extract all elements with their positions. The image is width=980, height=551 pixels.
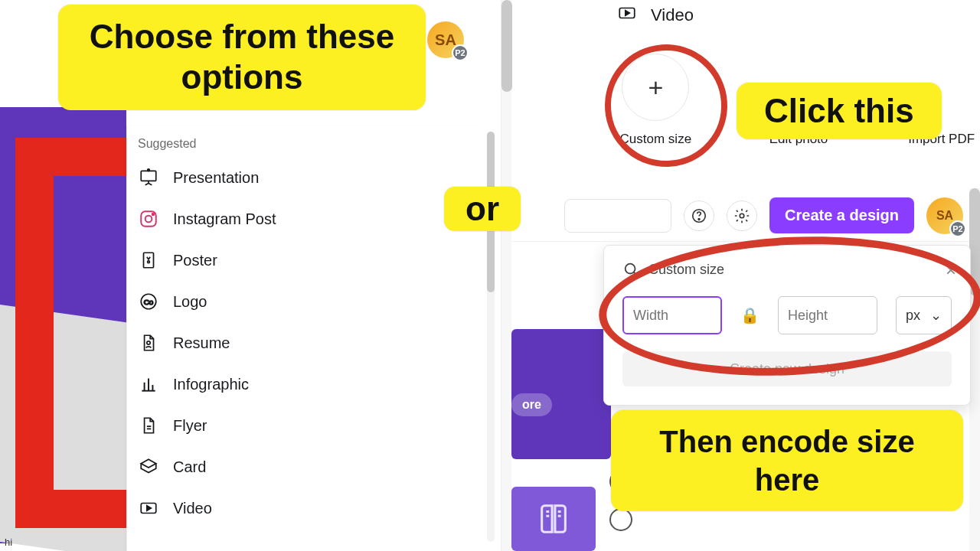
avatar-badge: P2: [949, 220, 966, 237]
presentation-icon: [138, 167, 159, 188]
svg-point-13: [698, 218, 700, 220]
left-panel: hi SA P2 Choose from these options Sugge…: [0, 0, 505, 551]
category-circle[interactable]: [609, 508, 632, 531]
suggested-item-presentation[interactable]: Presentation: [127, 157, 479, 198]
scrollbar-thumb[interactable]: [501, 0, 512, 92]
flyer-icon: [138, 415, 159, 436]
page-scrollbar-right[interactable]: [969, 188, 980, 551]
search-input[interactable]: [564, 199, 671, 233]
suggested-item-card[interactable]: Card: [127, 446, 479, 487]
create-new-design-button[interactable]: Create new design: [622, 351, 952, 386]
size-input-row: 🔒 px ⌄: [622, 296, 952, 334]
suggested-label: Presentation: [173, 169, 259, 187]
help-button[interactable]: [684, 201, 714, 231]
svg-point-3: [145, 216, 152, 223]
suggested-label: Card: [173, 458, 206, 476]
avatar[interactable]: SA P2: [427, 21, 464, 58]
annotation-encode: Then encode size here: [611, 410, 963, 511]
svg-point-4: [152, 214, 155, 216]
search-icon: [622, 261, 639, 278]
create-design-button[interactable]: Create a design: [769, 197, 914, 233]
annotation-bracket: [15, 138, 130, 528]
video-label: Video: [651, 5, 694, 25]
video-icon: [138, 497, 159, 519]
suggested-label: Logo: [173, 293, 207, 311]
chevron-down-icon: ⌄: [930, 307, 942, 324]
avatar[interactable]: SA P2: [926, 197, 963, 234]
settings-button[interactable]: [727, 201, 757, 231]
svg-point-15: [626, 264, 635, 274]
suggested-item-poster[interactable]: Poster: [127, 240, 479, 281]
custom-size-popup: Custom size × 🔒 px ⌄ Create new design: [603, 245, 971, 406]
page-scrollbar-left[interactable]: [501, 0, 511, 551]
suggested-label: Infographic: [173, 376, 249, 393]
topbar: Create a design SA P2: [511, 190, 980, 242]
suggested-panel: Suggested Presentation Instagram Post Po…: [126, 126, 479, 551]
height-input[interactable]: [778, 296, 877, 334]
svg-text:Co: Co: [144, 298, 154, 306]
suggested-label: Resume: [173, 334, 230, 352]
suggested-item-resume[interactable]: Resume: [127, 322, 479, 364]
suggested-label: Video: [173, 500, 212, 517]
suggested-item-logo[interactable]: Co Logo: [127, 281, 479, 322]
suggested-heading: Suggested: [127, 126, 479, 157]
annotation-choose: Choose from these options: [58, 5, 426, 110]
suggested-label: Poster: [173, 252, 217, 269]
annotation-click: Click this: [737, 83, 942, 139]
logo-icon: Co: [138, 291, 159, 312]
more-pill[interactable]: ore: [511, 393, 552, 416]
suggested-label: Flyer: [173, 417, 207, 435]
right-panel: Video + Custom size ✎ Edit photo ⇪ Impor…: [511, 0, 980, 551]
infographic-icon: [138, 373, 159, 395]
suggested-item-flyer[interactable]: Flyer: [127, 405, 479, 446]
scrollbar-thumb[interactable]: [969, 188, 980, 295]
poster-icon: [138, 249, 159, 271]
avatar-badge: P2: [452, 44, 469, 61]
suggested-label: Instagram Post: [173, 210, 276, 228]
popup-title: Custom size: [648, 262, 724, 278]
video-icon: [617, 3, 637, 28]
card-icon: [138, 456, 159, 478]
instagram-icon: [138, 208, 159, 230]
svg-point-1: [148, 169, 150, 171]
lock-icon[interactable]: 🔒: [740, 306, 760, 324]
suggested-item-instagram[interactable]: Instagram Post: [127, 198, 479, 240]
svg-point-6: [148, 261, 150, 263]
svg-rect-0: [141, 171, 156, 181]
left-caption-fragment: hi: [0, 533, 17, 551]
suggested-item-infographic[interactable]: Infographic: [127, 364, 479, 405]
close-icon[interactable]: ×: [946, 259, 956, 281]
unit-select[interactable]: px ⌄: [896, 296, 952, 334]
suggested-item-video[interactable]: Video: [127, 487, 479, 529]
video-row[interactable]: Video: [617, 3, 694, 28]
annotation-or: or: [444, 187, 521, 231]
template-tile[interactable]: [511, 487, 596, 551]
width-input[interactable]: [622, 296, 722, 334]
avatar-initials: SA: [435, 31, 456, 49]
avatar-initials: SA: [936, 209, 953, 223]
svg-point-14: [740, 214, 744, 218]
svg-point-9: [147, 341, 150, 344]
unit-label: px: [906, 308, 920, 324]
resume-icon: [138, 332, 159, 354]
